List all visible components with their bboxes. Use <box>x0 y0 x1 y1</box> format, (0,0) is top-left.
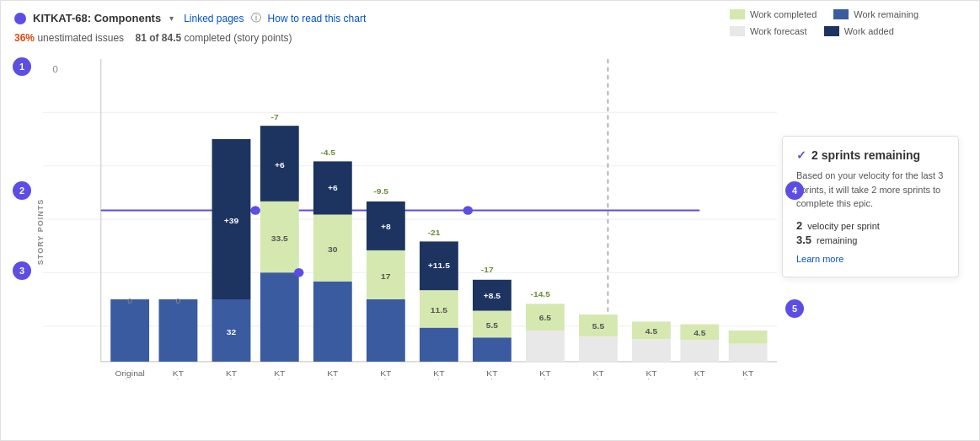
svg-text:Sprint 3: Sprint 3 <box>265 378 295 379</box>
svg-text:-21: -21 <box>428 228 441 237</box>
svg-point-36 <box>294 268 303 277</box>
velocity-label: velocity per sprint <box>807 221 880 231</box>
how-to-link[interactable]: How to read this chart <box>268 13 367 24</box>
svg-text:+11.5: +11.5 <box>428 261 451 270</box>
svg-text:6.5: 6.5 <box>539 314 552 323</box>
percent-unestimated: 36% <box>14 32 35 44</box>
svg-text:+6: +6 <box>275 160 285 169</box>
svg-text:Sprint 11: Sprint 11 <box>683 378 718 379</box>
forecast-swatch <box>730 26 745 36</box>
svg-text:-4.5: -4.5 <box>320 148 335 157</box>
svg-text:32: 32 <box>227 328 237 337</box>
svg-text:Sprint 10: Sprint 10 <box>634 378 669 379</box>
annotation-1: 1 <box>13 57 31 76</box>
svg-rect-12 <box>110 299 149 362</box>
svg-text:KT: KT <box>226 368 237 378</box>
legend-remaining: Work remaining <box>833 9 918 19</box>
velocity-value: 2 <box>796 219 802 232</box>
annotation-4: 4 <box>785 181 804 200</box>
legend-added: Work added <box>824 26 894 36</box>
sprint-icon <box>14 13 26 24</box>
svg-text:Original: Original <box>115 368 145 378</box>
svg-text:0: 0 <box>127 297 132 306</box>
svg-rect-91 <box>729 344 768 362</box>
check-icon: ✓ <box>796 148 806 162</box>
svg-text:KT: KT <box>173 368 184 378</box>
info-box: ✓ 2 sprints remaining Based on your velo… <box>782 136 959 277</box>
legend-completed: Work completed <box>730 9 817 19</box>
svg-rect-77 <box>579 336 618 362</box>
svg-text:KT: KT <box>433 368 444 378</box>
remaining-stat: 3.5 remaining <box>796 234 945 246</box>
info-box-description: Based on your velocity for the last 3 sp… <box>796 169 945 211</box>
svg-text:0: 0 <box>52 64 57 73</box>
svg-text:KT: KT <box>486 368 497 378</box>
project-title: KITKAT-68: Components <box>33 12 161 24</box>
annotation-5: 5 <box>785 299 804 318</box>
svg-text:KT: KT <box>742 368 753 378</box>
svg-text:5.5: 5.5 <box>592 321 605 331</box>
svg-text:KT: KT <box>327 368 338 378</box>
header: KITKAT-68: Components ▾ Linked pages ⓘ H… <box>1 1 979 30</box>
svg-point-11 <box>463 206 473 215</box>
svg-text:Sprint 2: Sprint 2 <box>217 378 247 379</box>
svg-text:KT: KT <box>539 368 550 378</box>
unestimated-label: unestimated issues <box>37 32 124 44</box>
svg-text:5.5: 5.5 <box>486 320 499 330</box>
svg-rect-72 <box>526 331 565 362</box>
svg-text:Sprint 7: Sprint 7 <box>477 378 507 379</box>
svg-text:estimate: estimate <box>114 378 147 379</box>
svg-text:Sprint 4: Sprint 4 <box>318 378 348 379</box>
svg-rect-18 <box>159 299 198 362</box>
remaining-stat-label: remaining <box>817 235 857 245</box>
svg-text:Sprint 9: Sprint 9 <box>583 378 613 379</box>
svg-rect-90 <box>729 331 768 344</box>
svg-text:KT: KT <box>380 368 391 378</box>
svg-point-10 <box>250 206 260 215</box>
svg-text:17: 17 <box>381 272 391 281</box>
svg-rect-87 <box>680 341 719 362</box>
completed-points-label: completed (story points) <box>185 32 292 44</box>
svg-rect-82 <box>632 340 671 362</box>
svg-text:Sprint 5: Sprint 5 <box>371 378 401 379</box>
svg-text:KT: KT <box>694 368 705 378</box>
annotation-2: 2 <box>13 181 31 200</box>
svg-text:+6: +6 <box>328 184 338 193</box>
svg-text:4.5: 4.5 <box>693 329 706 338</box>
svg-text:30: 30 <box>328 245 338 254</box>
completed-swatch <box>730 9 745 19</box>
svg-text:-7: -7 <box>270 112 279 121</box>
completed-label: Work completed <box>750 9 817 19</box>
svg-rect-50 <box>367 299 405 362</box>
dropdown-icon[interactable]: ▾ <box>169 13 174 23</box>
svg-rect-42 <box>313 282 352 362</box>
svg-text:KT: KT <box>274 368 285 378</box>
linked-pages-link[interactable]: Linked pages <box>184 13 244 24</box>
svg-rect-58 <box>420 328 458 362</box>
velocity-stat: 2 velocity per sprint <box>796 219 945 232</box>
added-swatch <box>824 26 839 36</box>
page-container: KITKAT-68: Components ▾ Linked pages ⓘ H… <box>0 0 980 441</box>
added-label: Work added <box>844 26 894 36</box>
remaining-value: 3.5 <box>796 234 811 246</box>
svg-text:KT: KT <box>645 368 656 378</box>
title-row: KITKAT-68: Components ▾ Linked pages ⓘ H… <box>14 11 366 25</box>
legend-forecast: Work forecast <box>730 26 807 36</box>
legend: Work completed Work remaining Work forec… <box>730 9 966 36</box>
forecast-label: Work forecast <box>750 26 807 36</box>
svg-text:KT: KT <box>592 368 603 378</box>
svg-text:-14.5: -14.5 <box>530 289 550 298</box>
completed-points: 81 of 84.5 <box>135 32 181 44</box>
learn-more-link[interactable]: Learn more <box>796 254 843 264</box>
svg-text:33.5: 33.5 <box>271 234 289 244</box>
info-stats: 2 velocity per sprint 3.5 remaining <box>796 219 945 246</box>
svg-text:-9.5: -9.5 <box>373 187 388 196</box>
svg-text:0: 0 <box>176 297 181 306</box>
svg-text:+39: +39 <box>224 217 239 226</box>
svg-text:4.5: 4.5 <box>645 327 658 336</box>
remaining-label: Work remaining <box>854 9 918 19</box>
svg-text:-17: -17 <box>481 266 494 275</box>
svg-text:11.5: 11.5 <box>431 305 448 315</box>
svg-text:+8: +8 <box>381 222 391 231</box>
help-icon[interactable]: ⓘ <box>251 11 261 25</box>
